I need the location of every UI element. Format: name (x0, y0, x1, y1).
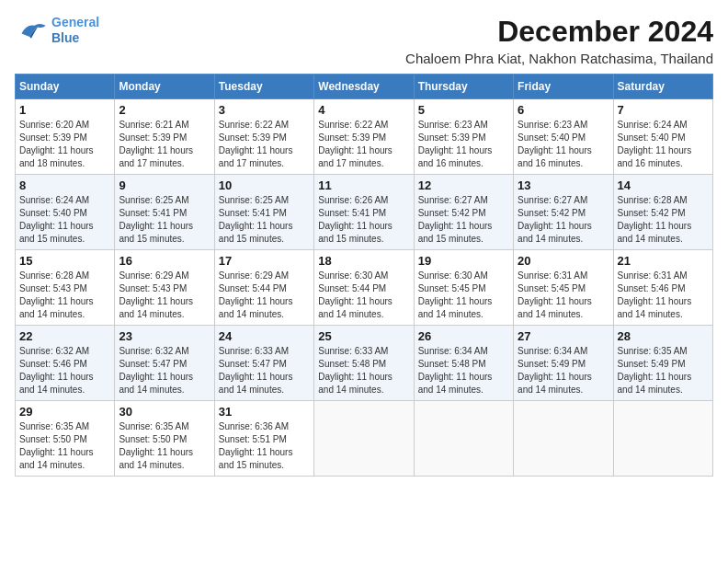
calendar-cell: 20Sunrise: 6:31 AMSunset: 5:45 PMDayligh… (514, 250, 613, 326)
cell-info: Sunrise: 6:32 AMSunset: 5:47 PMDaylight:… (119, 345, 210, 396)
calendar-cell: 18Sunrise: 6:30 AMSunset: 5:44 PMDayligh… (314, 250, 414, 326)
logo-icon (15, 17, 48, 43)
day-number: 17 (219, 254, 310, 268)
calendar-cell: 13Sunrise: 6:27 AMSunset: 5:42 PMDayligh… (514, 175, 613, 250)
logo-text: General Blue (51, 15, 99, 46)
calendar-cell: 23Sunrise: 6:32 AMSunset: 5:47 PMDayligh… (115, 326, 214, 401)
day-of-week-header: Tuesday (214, 75, 313, 99)
day-number: 11 (318, 178, 409, 192)
cell-info: Sunrise: 6:33 AMSunset: 5:48 PMDaylight:… (318, 345, 409, 396)
cell-info: Sunrise: 6:26 AMSunset: 5:41 PMDaylight:… (318, 194, 409, 246)
day-number: 27 (518, 329, 609, 343)
calendar-table: SundayMondayTuesdayWednesdayThursdayFrid… (15, 74, 713, 477)
day-number: 10 (219, 178, 310, 192)
cell-info: Sunrise: 6:34 AMSunset: 5:48 PMDaylight:… (418, 345, 509, 396)
cell-info: Sunrise: 6:36 AMSunset: 5:51 PMDaylight:… (219, 420, 310, 472)
day-number: 8 (19, 178, 110, 192)
calendar-cell (514, 401, 613, 477)
calendar-cell (414, 401, 513, 477)
day-number: 22 (19, 329, 110, 343)
calendar-week-row: 8Sunrise: 6:24 AMSunset: 5:40 PMDaylight… (16, 175, 713, 250)
calendar-cell: 22Sunrise: 6:32 AMSunset: 5:46 PMDayligh… (16, 326, 115, 401)
calendar-cell: 11Sunrise: 6:26 AMSunset: 5:41 PMDayligh… (314, 175, 414, 250)
cell-info: Sunrise: 6:25 AMSunset: 5:41 PMDaylight:… (119, 194, 210, 246)
calendar-cell: 25Sunrise: 6:33 AMSunset: 5:48 PMDayligh… (314, 326, 414, 401)
calendar-cell: 3Sunrise: 6:22 AMSunset: 5:39 PMDaylight… (214, 99, 313, 175)
cell-info: Sunrise: 6:22 AMSunset: 5:39 PMDaylight:… (219, 119, 310, 170)
day-number: 4 (318, 103, 409, 117)
cell-info: Sunrise: 6:31 AMSunset: 5:45 PMDaylight:… (518, 270, 609, 321)
day-of-week-header: Friday (514, 75, 613, 99)
day-number: 28 (618, 329, 709, 343)
calendar-cell (314, 401, 414, 477)
calendar-week-row: 29Sunrise: 6:35 AMSunset: 5:50 PMDayligh… (16, 401, 713, 477)
day-number: 30 (119, 405, 210, 419)
cell-info: Sunrise: 6:35 AMSunset: 5:50 PMDaylight:… (119, 420, 210, 472)
day-of-week-header: Monday (115, 75, 214, 99)
location-subtitle: Chaloem Phra Kiat, Nakhon Ratchasima, Th… (405, 51, 713, 66)
calendar-cell: 12Sunrise: 6:27 AMSunset: 5:42 PMDayligh… (414, 175, 513, 250)
day-number: 2 (119, 103, 210, 117)
calendar-week-row: 15Sunrise: 6:28 AMSunset: 5:43 PMDayligh… (16, 250, 713, 326)
calendar-cell: 9Sunrise: 6:25 AMSunset: 5:41 PMDaylight… (115, 175, 214, 250)
cell-info: Sunrise: 6:30 AMSunset: 5:45 PMDaylight:… (418, 270, 509, 321)
cell-info: Sunrise: 6:27 AMSunset: 5:42 PMDaylight:… (518, 194, 609, 246)
cell-info: Sunrise: 6:34 AMSunset: 5:49 PMDaylight:… (518, 345, 609, 396)
calendar-cell: 26Sunrise: 6:34 AMSunset: 5:48 PMDayligh… (414, 326, 513, 401)
calendar-cell: 28Sunrise: 6:35 AMSunset: 5:49 PMDayligh… (613, 326, 712, 401)
cell-info: Sunrise: 6:31 AMSunset: 5:46 PMDaylight:… (618, 270, 709, 321)
cell-info: Sunrise: 6:25 AMSunset: 5:41 PMDaylight:… (219, 194, 310, 246)
day-number: 7 (618, 103, 709, 117)
cell-info: Sunrise: 6:28 AMSunset: 5:43 PMDaylight:… (19, 270, 110, 321)
calendar-cell: 15Sunrise: 6:28 AMSunset: 5:43 PMDayligh… (16, 250, 115, 326)
cell-info: Sunrise: 6:29 AMSunset: 5:43 PMDaylight:… (119, 270, 210, 321)
calendar-header-row: SundayMondayTuesdayWednesdayThursdayFrid… (16, 75, 713, 99)
cell-info: Sunrise: 6:20 AMSunset: 5:39 PMDaylight:… (19, 119, 110, 170)
cell-info: Sunrise: 6:24 AMSunset: 5:40 PMDaylight:… (618, 119, 709, 170)
day-of-week-header: Thursday (414, 75, 513, 99)
day-of-week-header: Wednesday (314, 75, 414, 99)
day-number: 16 (119, 254, 210, 268)
cell-info: Sunrise: 6:21 AMSunset: 5:39 PMDaylight:… (119, 119, 210, 170)
day-number: 31 (219, 405, 310, 419)
calendar-cell: 21Sunrise: 6:31 AMSunset: 5:46 PMDayligh… (613, 250, 712, 326)
calendar-cell: 17Sunrise: 6:29 AMSunset: 5:44 PMDayligh… (214, 250, 313, 326)
day-number: 25 (318, 329, 409, 343)
cell-info: Sunrise: 6:35 AMSunset: 5:49 PMDaylight:… (618, 345, 709, 396)
day-number: 18 (318, 254, 409, 268)
day-number: 9 (119, 178, 210, 192)
month-title: December 2024 (405, 15, 713, 49)
cell-info: Sunrise: 6:28 AMSunset: 5:42 PMDaylight:… (618, 194, 709, 246)
day-of-week-header: Saturday (613, 75, 712, 99)
calendar-cell: 4Sunrise: 6:22 AMSunset: 5:39 PMDaylight… (314, 99, 414, 175)
cell-info: Sunrise: 6:30 AMSunset: 5:44 PMDaylight:… (318, 270, 409, 321)
day-number: 6 (518, 103, 609, 117)
calendar-cell: 8Sunrise: 6:24 AMSunset: 5:40 PMDaylight… (16, 175, 115, 250)
cell-info: Sunrise: 6:33 AMSunset: 5:47 PMDaylight:… (219, 345, 310, 396)
day-number: 14 (618, 178, 709, 192)
day-number: 20 (518, 254, 609, 268)
title-block: December 2024 Chaloem Phra Kiat, Nakhon … (405, 15, 713, 66)
calendar-cell: 2Sunrise: 6:21 AMSunset: 5:39 PMDaylight… (115, 99, 214, 175)
day-number: 24 (219, 329, 310, 343)
cell-info: Sunrise: 6:24 AMSunset: 5:40 PMDaylight:… (19, 194, 110, 246)
cell-info: Sunrise: 6:23 AMSunset: 5:40 PMDaylight:… (518, 119, 609, 170)
calendar-week-row: 1Sunrise: 6:20 AMSunset: 5:39 PMDaylight… (16, 99, 713, 175)
logo: General Blue (15, 15, 99, 46)
cell-info: Sunrise: 6:23 AMSunset: 5:39 PMDaylight:… (418, 119, 509, 170)
calendar-cell: 16Sunrise: 6:29 AMSunset: 5:43 PMDayligh… (115, 250, 214, 326)
calendar-cell: 10Sunrise: 6:25 AMSunset: 5:41 PMDayligh… (214, 175, 313, 250)
calendar-cell: 1Sunrise: 6:20 AMSunset: 5:39 PMDaylight… (16, 99, 115, 175)
cell-info: Sunrise: 6:29 AMSunset: 5:44 PMDaylight:… (219, 270, 310, 321)
calendar-cell: 19Sunrise: 6:30 AMSunset: 5:45 PMDayligh… (414, 250, 513, 326)
day-number: 5 (418, 103, 509, 117)
calendar-cell: 31Sunrise: 6:36 AMSunset: 5:51 PMDayligh… (214, 401, 313, 477)
day-number: 23 (119, 329, 210, 343)
day-number: 26 (418, 329, 509, 343)
page-header: General Blue December 2024 Chaloem Phra … (15, 15, 713, 66)
cell-info: Sunrise: 6:27 AMSunset: 5:42 PMDaylight:… (418, 194, 509, 246)
calendar-cell: 24Sunrise: 6:33 AMSunset: 5:47 PMDayligh… (214, 326, 313, 401)
day-number: 13 (518, 178, 609, 192)
calendar-cell: 30Sunrise: 6:35 AMSunset: 5:50 PMDayligh… (115, 401, 214, 477)
cell-info: Sunrise: 6:32 AMSunset: 5:46 PMDaylight:… (19, 345, 110, 396)
